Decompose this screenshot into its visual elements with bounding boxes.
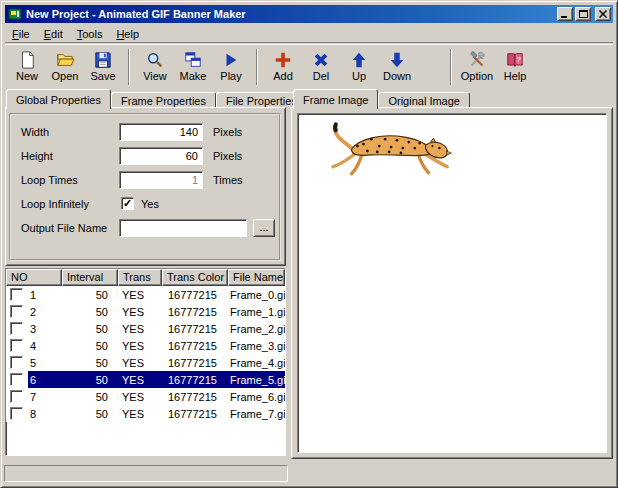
cheetah-frame-image (322, 120, 470, 182)
move-down-button[interactable]: Down (378, 46, 416, 88)
row-checkbox[interactable] (10, 305, 23, 318)
table-row[interactable]: 4 50 YES 16777215 Frame_3.gif (6, 337, 285, 354)
toolbar-separator (450, 49, 452, 85)
height-label: Height (21, 150, 53, 162)
table-row[interactable]: 1 50 YES 16777215 Frame_0.gif (6, 286, 285, 303)
output-file-row: Output File Name ... (11, 219, 279, 237)
add-plus-icon (274, 51, 292, 69)
status-panel (4, 465, 288, 482)
width-row: Width Pixels (11, 123, 279, 141)
view-magnifier-icon (146, 51, 164, 69)
play-icon (222, 51, 240, 69)
loop-infinitely-row: Loop Infinitely Yes (11, 195, 279, 213)
header-file-name[interactable]: File Name (228, 269, 285, 286)
open-button[interactable]: Open (46, 46, 84, 88)
width-label: Width (21, 126, 49, 138)
toolbar-separator (128, 49, 130, 85)
loop-times-label: Loop Times (21, 174, 78, 186)
tab-frame-image[interactable]: Frame Image (293, 89, 378, 109)
row-checkbox[interactable] (10, 390, 23, 403)
option-button[interactable]: Option (458, 46, 496, 88)
loop-times-input (119, 171, 203, 189)
tab-global-properties[interactable]: Global Properties (6, 89, 111, 109)
toolbar-separator (256, 49, 258, 85)
right-tabstrip: Frame Image Original Image (293, 89, 470, 109)
header-no[interactable]: NO (6, 269, 62, 286)
move-down-icon (388, 51, 406, 69)
table-row[interactable]: 5 50 YES 16777215 Frame_4.gif (6, 354, 285, 371)
status-bar (4, 463, 614, 483)
minimize-button[interactable] (557, 7, 573, 21)
table-row[interactable]: 3 50 YES 16777215 Frame_2.gif (6, 320, 285, 337)
make-frames-icon (184, 51, 202, 69)
add-button[interactable]: Add (264, 46, 302, 88)
row-checkbox[interactable] (10, 407, 23, 420)
save-button[interactable]: Save (84, 46, 122, 88)
header-trans[interactable]: Trans (118, 269, 162, 286)
menu-file[interactable]: File (5, 26, 37, 42)
header-trans-color[interactable]: Trans Color (162, 269, 228, 286)
play-button[interactable]: Play (212, 46, 250, 88)
row-checkbox[interactable] (10, 322, 23, 335)
row-checkbox[interactable] (10, 339, 23, 352)
svg-text:?: ? (516, 55, 521, 64)
view-button[interactable]: View (136, 46, 174, 88)
app-icon (8, 7, 22, 21)
frame-image-view[interactable] (297, 113, 607, 453)
width-input[interactable] (119, 123, 203, 141)
height-input[interactable] (119, 147, 203, 165)
menu-bar: File Edit Tools Help (5, 25, 613, 43)
help-book-icon: ? (505, 51, 525, 69)
delete-button[interactable]: Del (302, 46, 340, 88)
menu-help[interactable]: Help (109, 26, 146, 42)
minimize-icon (561, 11, 569, 18)
table-row[interactable]: 8 50 YES 16777215 Frame_7.gif (6, 405, 285, 422)
table-row-selected[interactable]: 6 50 YES 16777215 Frame_5.gif (6, 371, 285, 388)
loop-times-row: Loop Times Times (11, 171, 279, 189)
new-button[interactable]: New (8, 46, 46, 88)
new-document-icon (18, 51, 36, 69)
output-file-input[interactable] (119, 219, 247, 237)
loop-infinitely-checkbox[interactable] (121, 197, 134, 210)
make-button[interactable]: Make (174, 46, 212, 88)
height-row: Height Pixels (11, 147, 279, 165)
loop-times-unit-label: Times (213, 174, 243, 186)
move-up-button[interactable]: Up (340, 46, 378, 88)
help-button[interactable]: ? Help (496, 46, 534, 88)
height-unit-label: Pixels (213, 150, 242, 162)
menu-edit[interactable]: Edit (37, 26, 70, 42)
properties-groupbox: Width Pixels Height Pixels Loop Times Ti… (9, 113, 281, 261)
delete-x-icon (312, 51, 330, 69)
frame-list-header: NO Interval Trans Trans Color File Name (6, 269, 285, 286)
app-window: New Project - Animated GIF Banner Maker … (0, 0, 618, 488)
row-checkbox[interactable] (10, 288, 23, 301)
open-folder-icon (55, 51, 75, 69)
header-interval[interactable]: Interval (62, 269, 118, 286)
close-button[interactable] (595, 7, 611, 21)
table-row[interactable]: 2 50 YES 16777215 Frame_1.gif (6, 303, 285, 320)
loop-infinitely-checkbox-label: Yes (141, 198, 159, 210)
maximize-button[interactable] (575, 7, 591, 21)
row-checkbox[interactable] (10, 373, 23, 386)
close-icon (599, 10, 607, 18)
move-up-icon (350, 51, 368, 69)
output-file-label: Output File Name (21, 222, 107, 234)
menu-tools[interactable]: Tools (70, 26, 110, 42)
row-checkbox[interactable] (10, 356, 23, 369)
frame-list[interactable]: NO Interval Trans Trans Color File Name … (5, 268, 286, 456)
titlebar[interactable]: New Project - Animated GIF Banner Maker (5, 5, 613, 23)
table-row[interactable]: 7 50 YES 16777215 Frame_6.gif (6, 388, 285, 405)
window-title: New Project - Animated GIF Banner Maker (26, 8, 555, 20)
maximize-icon (579, 10, 588, 18)
width-unit-label: Pixels (213, 126, 242, 138)
options-tools-icon (468, 51, 486, 69)
left-tabstrip: Global Properties Frame Properties File … (6, 89, 307, 109)
browse-button[interactable]: ... (253, 219, 275, 237)
loop-infinitely-label: Loop Infinitely (21, 198, 89, 210)
save-floppy-icon (94, 51, 112, 69)
toolbar: New Open Save View Make Play Add (5, 44, 613, 88)
